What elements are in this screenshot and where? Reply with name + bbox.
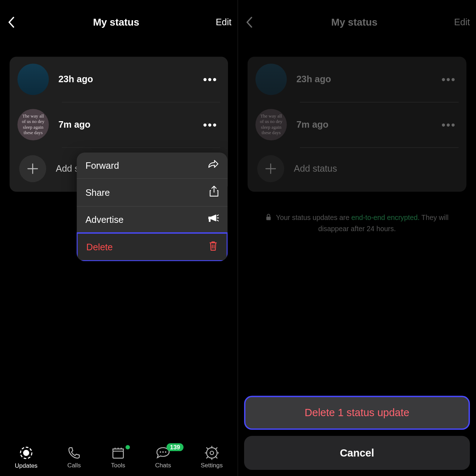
svg-rect-10: [266, 216, 271, 220]
back-button[interactable]: [6, 17, 17, 27]
back-button[interactable]: [244, 17, 255, 27]
status-time: 7m ago: [58, 119, 200, 130]
megaphone-icon: [207, 213, 219, 225]
screenshot-left: My status Edit 23h ago ••• The way all o…: [0, 0, 238, 476]
status-thumbnail: The way all of us no dey sleep again the…: [17, 109, 49, 140]
tab-calls[interactable]: Calls: [67, 446, 81, 469]
delete-status-button[interactable]: Delete 1 status update: [244, 396, 470, 430]
context-menu-forward[interactable]: Forward: [77, 153, 228, 179]
tab-label: Calls: [67, 462, 81, 468]
page-title: My status: [17, 16, 216, 28]
context-menu: Forward Share Advertise Delete: [77, 153, 228, 261]
add-status-row[interactable]: Add status: [248, 147, 467, 192]
tab-tools[interactable]: Tools: [111, 446, 125, 469]
more-icon[interactable]: •••: [200, 71, 220, 88]
status-time: 23h ago: [296, 74, 439, 84]
tab-settings[interactable]: Settings: [200, 446, 222, 469]
status-row[interactable]: The way all of us no dey sleep again the…: [248, 102, 467, 147]
forward-icon: [207, 159, 219, 171]
context-menu-advertise[interactable]: Advertise: [77, 207, 228, 233]
more-icon[interactable]: •••: [200, 116, 220, 133]
status-thumbnail: [17, 63, 49, 95]
svg-point-9: [210, 451, 213, 455]
status-thumbnail: The way all of us no dey sleep again the…: [255, 109, 287, 140]
lock-icon: [265, 213, 272, 224]
context-menu-delete[interactable]: Delete: [77, 232, 228, 261]
menu-label: Advertise: [85, 214, 124, 225]
svg-point-5: [160, 451, 161, 453]
action-sheet: Delete 1 status update Cancel: [244, 396, 470, 470]
header: My status Edit: [238, 10, 476, 34]
more-icon[interactable]: •••: [439, 71, 459, 88]
header: My status Edit: [0, 10, 238, 34]
svg-rect-4: [113, 451, 123, 458]
status-time: 23h ago: [58, 74, 200, 84]
encryption-text-prefix: Your status updates are: [276, 214, 351, 222]
page-title: My status: [255, 16, 454, 28]
trash-icon: [208, 241, 218, 253]
tab-bar: Updates Calls Tools 139 Chats Settings: [0, 441, 238, 476]
plus-icon: [257, 155, 284, 182]
tab-label: Tools: [111, 462, 125, 468]
notification-dot: [125, 445, 130, 449]
edit-button[interactable]: Edit: [454, 17, 470, 27]
add-status-label: Add status: [294, 163, 459, 174]
tab-chats[interactable]: 139 Chats: [155, 446, 171, 469]
tab-label: Updates: [15, 462, 38, 469]
edit-button[interactable]: Edit: [216, 17, 232, 27]
tab-label: Settings: [200, 462, 222, 468]
status-list: 23h ago ••• The way all of us no dey sle…: [248, 57, 467, 192]
share-icon: [209, 186, 219, 199]
tab-updates[interactable]: Updates: [15, 445, 38, 469]
encryption-text-highlight: end-to-end encrypted.: [351, 214, 419, 222]
encryption-note: Your status updates are end-to-end encry…: [251, 213, 463, 234]
context-menu-share[interactable]: Share: [77, 179, 228, 207]
menu-label: Share: [85, 187, 110, 198]
plus-icon: [19, 155, 46, 182]
svg-point-3: [23, 450, 29, 456]
screenshot-right: My status Edit 23h ago ••• The way all o…: [238, 0, 476, 476]
status-row[interactable]: 23h ago •••: [248, 57, 467, 102]
status-thumbnail: [255, 63, 287, 95]
svg-point-6: [162, 451, 164, 453]
status-time: 7m ago: [296, 119, 439, 130]
status-row[interactable]: The way all of us no dey sleep again the…: [10, 102, 228, 147]
svg-point-7: [165, 451, 167, 453]
status-row[interactable]: 23h ago •••: [10, 57, 228, 102]
svg-rect-1: [209, 219, 211, 222]
menu-label: Forward: [85, 160, 119, 171]
more-icon[interactable]: •••: [439, 116, 459, 133]
menu-label: Delete: [86, 242, 113, 252]
cancel-button[interactable]: Cancel: [244, 436, 470, 470]
chats-badge: 139: [167, 443, 184, 451]
tab-label: Chats: [155, 462, 171, 468]
